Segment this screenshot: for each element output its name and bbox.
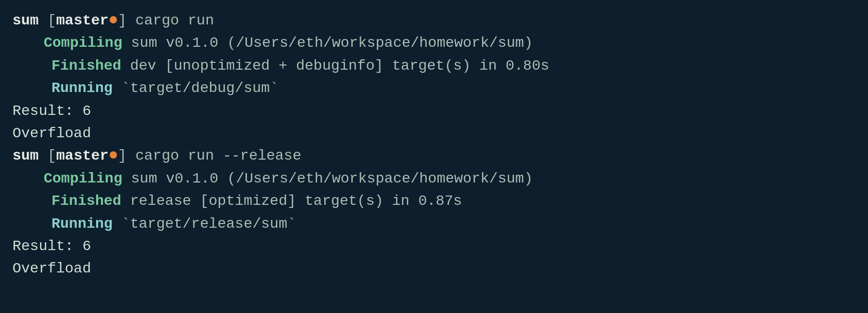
result-text-1: Result: 6 — [12, 100, 91, 122]
terminal-line-2: Compiling sum v0.1.0 (/Users/eth/workspa… — [12, 32, 856, 54]
project-name-2: sum — [12, 145, 38, 167]
branch-bracket-open-2: [ — [38, 145, 56, 167]
compiling-detail-2: sum v0.1.0 (/Users/eth/workspace/homewor… — [131, 167, 533, 190]
dirty-dot-1 — [110, 16, 117, 23]
dirty-dot-2 — [110, 151, 117, 159]
running-label-2: Running — [51, 213, 113, 235]
running-detail-2: `target/release/sum` — [121, 213, 296, 235]
terminal-line-1: sum [ master ] cargo run — [12, 9, 856, 32]
finished-text-2 — [121, 190, 130, 212]
result-text-2: Result: 6 — [12, 235, 91, 257]
terminal-line-4: Running `target/debug/sum` — [12, 77, 856, 99]
finished-detail-2: release [optimized] target(s) in 0.87s — [130, 190, 462, 212]
branch-name-2: master — [56, 145, 109, 167]
terminal-line-11: Result: 6 — [12, 235, 856, 257]
overfload-text-1: Overfload — [12, 122, 91, 145]
terminal-line-7: sum [ master ] cargo run --release — [12, 145, 856, 167]
terminal-window: sum [ master ] cargo run Compiling sum v… — [0, 0, 868, 313]
terminal-line-5: Result: 6 — [12, 100, 856, 122]
command-2: cargo run --release — [135, 145, 301, 167]
compiling-text-1 — [122, 32, 131, 54]
terminal-line-6: Overfload — [12, 122, 856, 145]
compiling-detail-1: sum v0.1.0 (/Users/eth/workspace/homewor… — [131, 32, 533, 54]
branch-bracket-close-2: ] — [118, 145, 136, 167]
terminal-line-8: Compiling sum v0.1.0 (/Users/eth/workspa… — [12, 167, 856, 190]
finished-label-1: Finished — [51, 55, 121, 77]
running-detail-1: `target/debug/sum` — [121, 77, 278, 99]
terminal-line-12: Overfload — [12, 257, 856, 280]
branch-name-1: master — [56, 9, 109, 32]
compiling-label-1: Compiling — [44, 32, 122, 54]
project-name-1: sum — [12, 9, 38, 32]
compiling-label-2: Compiling — [44, 167, 122, 190]
branch-bracket-open-1: [ — [38, 9, 56, 32]
overfload-text-2: Overfload — [12, 257, 91, 280]
running-label-1: Running — [51, 77, 113, 99]
terminal-line-3: Finished dev [unoptimized + debuginfo] t… — [12, 55, 856, 77]
running-text-2 — [113, 213, 122, 235]
terminal-line-10: Running `target/release/sum` — [12, 213, 856, 235]
branch-bracket-close-1: ] — [118, 9, 136, 32]
terminal-line-9: Finished release [optimized] target(s) i… — [12, 190, 856, 212]
finished-text-1 — [121, 55, 130, 77]
finished-detail-1: dev [unoptimized + debuginfo] target(s) … — [130, 55, 549, 77]
finished-label-2: Finished — [51, 190, 121, 212]
command-1: cargo run — [135, 9, 214, 32]
running-text-1 — [113, 77, 122, 99]
compiling-text-2 — [122, 167, 131, 190]
